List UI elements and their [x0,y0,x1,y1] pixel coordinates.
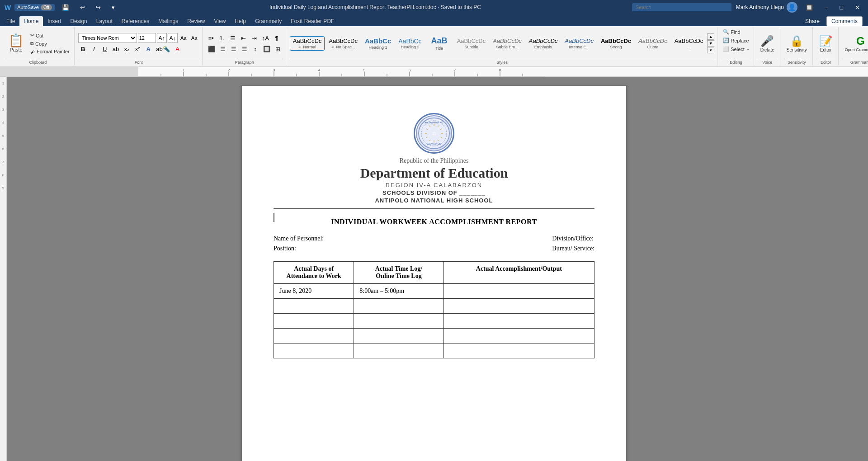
style-emphasis[interactable]: AaBbCcDc Emphasis [526,36,561,51]
align-center-button[interactable]: ☰ [218,44,228,54]
tab-help[interactable]: Help [230,16,250,26]
bold-button[interactable]: B [78,44,88,54]
editor-button[interactable]: 📝 Editor [816,33,835,54]
tab-references[interactable]: References [117,16,154,26]
replace-button[interactable]: 🔄 Replace [721,37,750,44]
sensitivity-button[interactable]: 🔒 Sensitivity [784,33,810,54]
style-heading2[interactable]: AaBbCc Heading 2 [395,36,425,51]
underline-button[interactable]: U [100,44,110,54]
italic-button[interactable]: I [89,44,99,54]
shading-button[interactable]: 🔲 [261,44,272,54]
highlight-color-button[interactable]: ab🔦 [154,44,171,54]
row3-output[interactable] [443,314,594,329]
save-button[interactable]: 💾 [58,3,73,12]
page-area[interactable]: KAGAWARAN NG EDUKASYON [0,77,868,461]
style-quote[interactable]: AaBbCcDc Quote [635,36,670,51]
ribbon-display-button[interactable]: 🔲 [802,3,816,12]
style-no-spacing[interactable]: AaBbCcDc ↵ No Spac... [326,36,361,51]
styles-scroll-down[interactable]: ▼ [707,40,714,47]
style-heading1[interactable]: AaBbCc Heading 1 [362,36,394,51]
tab-review[interactable]: Review [183,16,209,26]
tab-insert[interactable]: Insert [43,16,66,26]
font-size-decrease-button[interactable]: A↓ [168,33,178,43]
maximize-button[interactable]: □ [836,3,847,12]
styles-expand[interactable]: ▾ [707,47,714,53]
customize-button[interactable]: ▾ [108,3,118,12]
style-subtitle[interactable]: AaBbCcDc Subtitle [454,36,489,51]
style-subtle-em[interactable]: AaBbCcDc Subtle Em... [490,36,525,51]
sort-button[interactable]: ↕A [260,33,271,43]
cut-button[interactable]: ✂ Cut [28,32,71,39]
autosave-toggle[interactable]: Off [41,5,52,10]
minimize-button[interactable]: – [821,3,831,12]
font-color-button[interactable]: A [173,44,183,54]
document-page[interactable]: KAGAWARAN NG EDUKASYON [242,86,626,461]
align-right-button[interactable]: ☰ [229,44,239,54]
styles-label: Styles [290,59,715,65]
tab-mailings[interactable]: Mailings [154,16,183,26]
redo-button[interactable]: ↪ [92,3,104,12]
show-formatting-button[interactable]: ¶ [272,33,282,43]
style-title[interactable]: AaB Title [426,35,453,52]
row4-days[interactable] [274,329,354,343]
row2-time[interactable] [354,299,444,314]
tab-design[interactable]: Design [66,16,91,26]
bullets-button[interactable]: ≡• [206,33,216,43]
paste-button[interactable]: 📋 Paste [5,33,28,54]
tab-layout[interactable]: Layout [92,16,117,26]
dept-title: Department of Education [360,165,508,181]
find-button[interactable]: 🔍 Find [721,28,742,36]
text-effects-button[interactable]: A [143,44,153,54]
tab-grammarly[interactable]: Grammarly [250,16,286,26]
format-painter-button[interactable]: 🖌 Format Painter [28,48,71,55]
style-normal[interactable]: AaBbCcDc ↵ Normal [290,36,325,51]
clear-format-button[interactable]: Aa [179,33,189,43]
align-left-button[interactable]: ⬛ [206,44,217,54]
font-size-increase-button[interactable]: A↑ [157,33,167,43]
tab-file[interactable]: File [2,16,19,26]
row1-time[interactable]: 8:00am – 5:00pm [354,284,444,299]
dictate-button[interactable]: 🎤 Dictate [758,33,777,54]
row2-output[interactable] [443,299,594,314]
numbering-button[interactable]: 1. [217,33,227,43]
style-intense-em[interactable]: AaBbCcDc Intense E... [561,36,597,51]
row5-output[interactable] [443,343,594,358]
style-strong[interactable]: AaBbCcDc Strong [598,36,634,51]
justify-button[interactable]: ☰ [240,44,250,54]
comments-button[interactable]: Comments [826,16,863,26]
row1-output[interactable] [443,284,594,299]
tab-foxit[interactable]: Foxit Reader PDF [286,16,339,26]
autosave-badge[interactable]: AutoSave Off [14,4,55,11]
tab-home[interactable]: Home [19,16,43,26]
style-more[interactable]: AaBbCcDc ... [671,36,707,51]
row4-time[interactable] [354,329,444,343]
font-size-input[interactable] [138,33,156,43]
undo-button[interactable]: ↩ [76,3,89,12]
styles-scroll-up[interactable]: ▲ [707,33,714,40]
row5-days[interactable] [274,343,354,358]
borders-button[interactable]: ⊞ [273,44,283,54]
row3-time[interactable] [354,314,444,329]
select-button[interactable]: ⬜ Select ~ [721,45,750,53]
increase-indent-button[interactable]: ⇥ [250,33,259,43]
share-button[interactable]: Share [800,16,825,26]
row1-days[interactable]: June 8, 2020 [274,284,354,299]
multilevel-list-button[interactable]: ☰ [228,33,238,43]
row5-time[interactable] [354,343,444,358]
row2-days[interactable] [274,299,354,314]
row3-days[interactable] [274,314,354,329]
font-family-select[interactable]: Times New Rom [78,33,137,43]
user-avatar[interactable]: 👤 [787,2,797,13]
tab-view[interactable]: View [210,16,231,26]
copy-button[interactable]: ⧉ Copy [28,40,71,47]
superscript-button[interactable]: x² [132,44,142,54]
open-grammarly-button[interactable]: G Open Grammarly [842,33,868,54]
line-spacing-button[interactable]: ↕ [250,44,260,54]
search-input[interactable] [632,3,731,11]
strikethrough-button[interactable]: ab [111,44,121,54]
row4-output[interactable] [443,329,594,343]
change-case-button[interactable]: Aa [189,33,199,43]
close-button[interactable]: ✕ [851,3,863,12]
subscript-button[interactable]: x₂ [122,44,132,54]
decrease-indent-button[interactable]: ⇤ [239,33,249,43]
